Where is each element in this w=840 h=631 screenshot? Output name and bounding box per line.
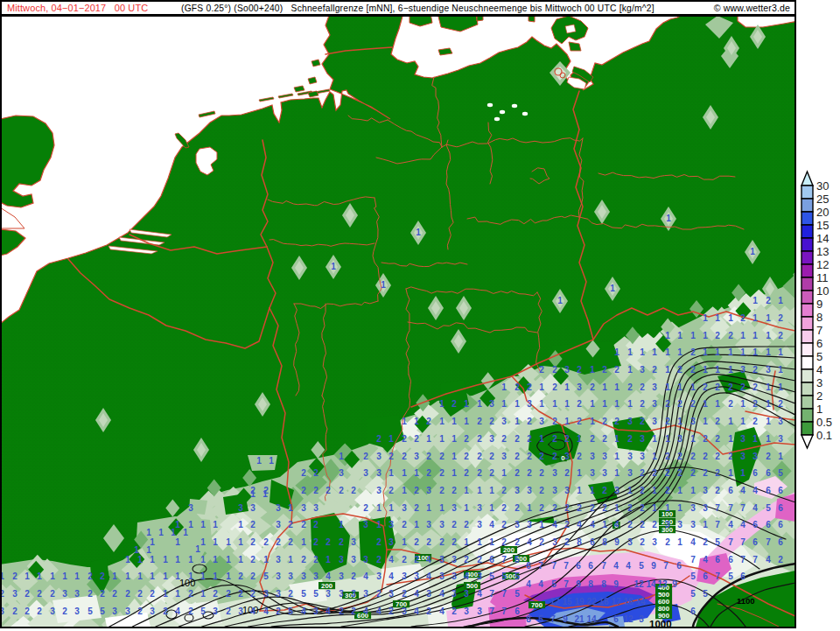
svg-text:3: 3 <box>263 589 269 599</box>
svg-text:5: 5 <box>551 579 556 589</box>
svg-text:7: 7 <box>728 537 733 547</box>
svg-text:(GFS 0.25°) (So00+240) Schne: (GFS 0.25°) (So00+240) Schneefallgrenze … <box>181 4 654 13</box>
svg-text:3: 3 <box>276 555 281 564</box>
svg-text:3: 3 <box>816 376 822 389</box>
svg-text:1: 1 <box>666 214 671 223</box>
svg-text:7: 7 <box>551 561 556 571</box>
svg-text:5: 5 <box>538 614 543 624</box>
svg-text:2: 2 <box>464 520 469 529</box>
svg-text:1: 1 <box>552 399 557 409</box>
svg-text:3: 3 <box>12 589 18 599</box>
svg-text:2: 2 <box>564 537 570 547</box>
svg-text:2: 2 <box>652 365 657 375</box>
svg-text:4: 4 <box>626 561 631 571</box>
svg-text:3: 3 <box>351 555 356 564</box>
svg-text:1: 1 <box>125 555 130 564</box>
svg-text:1: 1 <box>665 382 670 392</box>
svg-text:2: 2 <box>426 606 431 616</box>
svg-text:1: 1 <box>564 417 570 426</box>
svg-text:1: 1 <box>766 399 771 409</box>
svg-text:4: 4 <box>527 537 532 547</box>
svg-text:3: 3 <box>452 503 457 513</box>
svg-text:1: 1 <box>37 571 42 581</box>
svg-text:1: 1 <box>740 331 746 340</box>
svg-text:3: 3 <box>439 520 444 529</box>
svg-text:1: 1 <box>766 347 771 357</box>
svg-text:6: 6 <box>728 555 733 564</box>
svg-text:20: 20 <box>816 206 829 219</box>
svg-text:5: 5 <box>715 537 720 547</box>
svg-text:1: 1 <box>614 347 620 357</box>
svg-text:1: 1 <box>564 382 570 392</box>
svg-text:2: 2 <box>163 606 168 616</box>
svg-text:1: 1 <box>614 452 620 461</box>
svg-text:6: 6 <box>576 561 581 571</box>
svg-text:2: 2 <box>552 503 557 513</box>
svg-text:2: 2 <box>452 537 457 547</box>
svg-text:1: 1 <box>146 528 151 537</box>
svg-text:2: 2 <box>690 452 696 461</box>
svg-text:4: 4 <box>552 520 557 529</box>
svg-text:3: 3 <box>778 434 783 444</box>
svg-text:1: 1 <box>715 365 720 375</box>
svg-text:9: 9 <box>563 614 568 624</box>
svg-text:1: 1 <box>414 417 419 426</box>
svg-text:9: 9 <box>613 579 619 589</box>
svg-text:1: 1 <box>339 452 344 461</box>
svg-text:3: 3 <box>665 520 670 529</box>
svg-text:1: 1 <box>614 468 620 478</box>
svg-text:4: 4 <box>439 589 444 599</box>
svg-text:2: 2 <box>752 365 758 375</box>
svg-text:2: 2 <box>238 571 243 581</box>
svg-text:1: 1 <box>163 589 168 599</box>
svg-text:4: 4 <box>613 561 619 571</box>
svg-text:3: 3 <box>489 399 494 409</box>
svg-text:2: 2 <box>388 606 394 616</box>
svg-text:1: 1 <box>213 555 218 564</box>
svg-text:1: 1 <box>690 486 696 495</box>
svg-text:2: 2 <box>640 468 645 478</box>
svg-text:1: 1 <box>527 503 532 513</box>
svg-text:1: 1 <box>703 520 708 529</box>
svg-text:2: 2 <box>226 589 231 599</box>
svg-text:2: 2 <box>677 468 682 478</box>
svg-text:2: 2 <box>477 417 482 426</box>
svg-text:1: 1 <box>464 399 469 409</box>
svg-text:1: 1 <box>188 571 193 581</box>
svg-text:1: 1 <box>388 503 394 513</box>
svg-text:12: 12 <box>623 614 634 624</box>
svg-text:7: 7 <box>663 561 668 571</box>
svg-text:3: 3 <box>74 589 80 599</box>
svg-text:2: 2 <box>501 503 507 513</box>
svg-text:Mittwoch, 04−01−2017 00 UTC: Mittwoch, 04−01−2017 00 UTC <box>7 3 148 13</box>
svg-text:1: 1 <box>665 365 670 375</box>
svg-text:22: 22 <box>586 597 597 606</box>
svg-text:2: 2 <box>602 417 607 426</box>
svg-text:6: 6 <box>690 606 696 616</box>
svg-text:1: 1 <box>150 571 155 581</box>
svg-text:4: 4 <box>526 579 531 589</box>
svg-text:7: 7 <box>740 503 746 513</box>
svg-text:2: 2 <box>539 365 544 375</box>
svg-text:3: 3 <box>690 503 696 513</box>
svg-text:5: 5 <box>639 561 644 571</box>
svg-text:3: 3 <box>339 589 344 599</box>
svg-text:3: 3 <box>414 452 419 461</box>
svg-text:4: 4 <box>464 571 469 581</box>
svg-text:3: 3 <box>288 571 293 581</box>
svg-text:2: 2 <box>414 434 419 444</box>
svg-text:2: 2 <box>426 417 431 426</box>
svg-text:4: 4 <box>376 606 382 616</box>
svg-text:1: 1 <box>175 571 180 581</box>
svg-text:2: 2 <box>376 537 382 547</box>
svg-text:2: 2 <box>514 503 520 513</box>
svg-text:2: 2 <box>703 434 708 444</box>
svg-text:7: 7 <box>564 579 569 589</box>
svg-text:1: 1 <box>728 417 733 426</box>
svg-text:1100: 1100 <box>737 596 755 606</box>
svg-text:3: 3 <box>527 486 532 495</box>
svg-text:1: 1 <box>62 571 67 581</box>
svg-text:2: 2 <box>640 520 645 529</box>
svg-text:1: 1 <box>752 296 758 305</box>
svg-text:4: 4 <box>614 520 620 529</box>
